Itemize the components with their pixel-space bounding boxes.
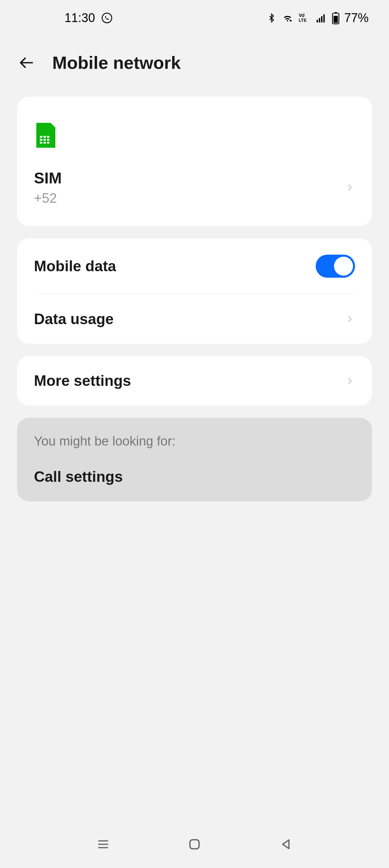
more-settings-row[interactable]: More settings — [17, 356, 372, 406]
svg-point-0 — [102, 13, 112, 22]
sim-card[interactable]: SIM +52 — [17, 97, 372, 226]
status-time: 11:30 — [64, 11, 95, 25]
back-button[interactable] — [17, 53, 36, 72]
chevron-right-icon — [345, 314, 355, 324]
svg-rect-17 — [47, 139, 50, 141]
mobile-data-row[interactable]: Mobile data — [17, 238, 372, 294]
square-icon — [187, 836, 202, 852]
svg-rect-18 — [40, 142, 42, 143]
volte-icon: Vo LTE — [299, 12, 310, 24]
suggestion-card: You might be looking for: Call settings — [17, 418, 372, 501]
svg-text:Vo: Vo — [299, 13, 304, 18]
svg-rect-9 — [335, 12, 337, 13]
svg-rect-10 — [334, 16, 338, 22]
sim-info: SIM +52 — [34, 169, 345, 206]
home-button[interactable] — [185, 835, 204, 854]
battery-percent: 77% — [344, 11, 369, 25]
svg-rect-19 — [43, 142, 46, 143]
mobile-data-label: Mobile data — [34, 258, 316, 275]
mobile-data-toggle[interactable] — [316, 255, 355, 278]
more-settings-label: More settings — [34, 372, 345, 389]
svg-rect-15 — [40, 139, 42, 141]
svg-rect-16 — [43, 139, 46, 141]
svg-rect-7 — [323, 14, 325, 22]
menu-icon — [95, 837, 112, 851]
more-settings-card: More settings — [17, 356, 372, 406]
chevron-right-icon — [345, 182, 355, 193]
back-nav-button[interactable] — [276, 835, 295, 854]
suggestion-hint: You might be looking for: — [34, 434, 355, 449]
data-usage-label: Data usage — [34, 311, 345, 328]
arrow-left-icon — [17, 55, 36, 71]
whatsapp-icon — [101, 12, 113, 24]
svg-rect-12 — [40, 136, 42, 138]
sim-label: SIM — [34, 169, 345, 187]
status-bar: 11:30 Vo LTE — [0, 0, 389, 32]
sim-number: +52 — [34, 191, 345, 206]
suggestion-item[interactable]: Call settings — [34, 468, 355, 485]
svg-point-1 — [290, 20, 292, 21]
sim-icon — [34, 120, 355, 150]
header: Mobile network — [0, 32, 389, 97]
toggle-knob — [334, 257, 353, 276]
svg-rect-24 — [190, 840, 199, 849]
bluetooth-icon — [267, 12, 276, 24]
svg-rect-4 — [317, 20, 318, 22]
status-right: Vo LTE 77% — [267, 11, 369, 25]
svg-rect-13 — [43, 136, 46, 138]
chevron-right-icon — [345, 376, 355, 386]
recents-button[interactable] — [94, 835, 113, 854]
status-left: 11:30 — [64, 11, 113, 25]
page-title: Mobile network — [52, 53, 181, 73]
data-usage-row[interactable]: Data usage — [17, 294, 372, 344]
data-settings-card: Mobile data Data usage — [17, 238, 372, 344]
battery-icon — [332, 12, 339, 24]
navigation-bar — [0, 821, 389, 868]
svg-rect-5 — [319, 18, 320, 22]
svg-rect-14 — [47, 136, 50, 138]
svg-rect-6 — [321, 16, 322, 22]
triangle-left-icon — [278, 837, 293, 852]
svg-rect-20 — [47, 142, 50, 143]
svg-text:LTE: LTE — [299, 18, 307, 23]
signal-icon — [315, 13, 327, 23]
wifi-icon — [281, 13, 294, 23]
